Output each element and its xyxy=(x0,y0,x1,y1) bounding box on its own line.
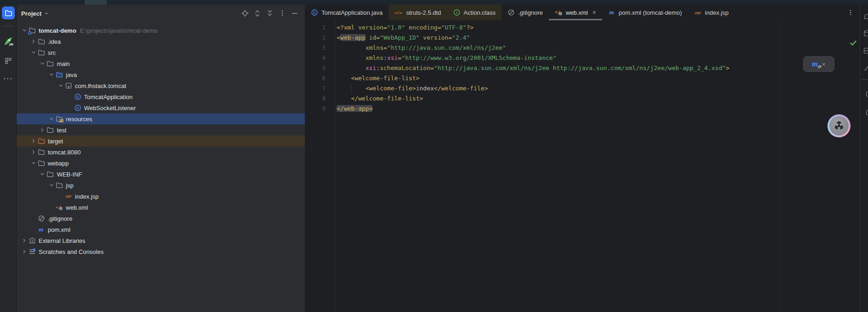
hide-panel-button[interactable] xyxy=(291,10,298,17)
chevron-collapsed-icon[interactable] xyxy=(38,126,47,134)
close-tab-icon[interactable]: × xyxy=(592,9,596,16)
code-text: xmlns="http://java.sun.com/xml/ns/j2ee" xyxy=(337,43,506,53)
line-number: 9 xyxy=(305,104,326,114)
tree-item--idea[interactable]: .idea xyxy=(17,36,305,47)
maven-reload-icon[interactable]: m⟳ xyxy=(812,60,817,68)
tab-options-kebab-icon[interactable] xyxy=(847,9,854,16)
ai-assistant-badge[interactable] xyxy=(827,114,851,137)
chevron-collapsed-icon[interactable] xyxy=(20,248,29,255)
right-stripe-icon-1[interactable] xyxy=(863,13,868,20)
chevron-collapsed-icon[interactable] xyxy=(29,148,38,156)
line-number: 5 xyxy=(305,63,326,73)
structure-tool-button[interactable] xyxy=(2,54,15,67)
line-number: 6 xyxy=(305,73,326,83)
editor-tab--gitignore[interactable]: .gitignore xyxy=(501,5,548,20)
right-stripe-icon-6[interactable] xyxy=(863,109,868,116)
tab-label: TomcatApplication.java xyxy=(321,9,383,16)
project-panel-title[interactable]: Project xyxy=(21,10,41,17)
package-icon xyxy=(65,82,72,89)
editor-tab-pom-xml-tomcat-demo-[interactable]: mpom.xml (tomcat-demo) xyxy=(602,5,688,20)
editor-tab-index-jsp[interactable]: JSPindex.jsp xyxy=(688,5,734,20)
chevron-collapsed-icon[interactable] xyxy=(29,137,38,145)
jsp-icon: JSP xyxy=(694,9,702,16)
tree-item-main[interactable]: main xyxy=(17,58,305,69)
right-stripe-icon-4[interactable] xyxy=(863,65,868,72)
chevron-expanded-icon[interactable] xyxy=(38,171,47,178)
tree-item-test[interactable]: test xyxy=(17,124,305,135)
editor-surface[interactable]: 1<?xml version="1.0" encoding="UTF-8"?>2… xyxy=(305,20,860,312)
tree-item-web-inf[interactable]: WEB-INF xyxy=(17,169,305,180)
squares-icon xyxy=(5,57,12,65)
folder-icon xyxy=(47,126,54,134)
expand-all-button[interactable] xyxy=(254,10,261,17)
tree-item-label: web.xml xyxy=(66,204,88,211)
locate-file-button[interactable] xyxy=(241,10,249,17)
tree-item-com-lhstack-tomcat[interactable]: com.lhstack.tomcat xyxy=(17,80,305,91)
dismiss-maven-widget-icon[interactable]: × xyxy=(822,61,826,67)
tree-item-webapp[interactable]: webapp xyxy=(17,158,305,169)
more-tools-button[interactable]: ··· xyxy=(2,72,15,85)
chevron-expanded-icon[interactable] xyxy=(47,115,56,123)
more-options-button[interactable] xyxy=(279,10,286,17)
collapse-all-button[interactable] xyxy=(266,10,274,17)
code-line-4: 4 xmlns:xsi="http://www.w3.org/2001/XMLS… xyxy=(305,53,860,63)
tree-item-scratches-and-consoles[interactable]: Scratches and Consoles xyxy=(17,246,305,257)
chevron-expanded-icon[interactable] xyxy=(29,49,38,56)
tree-item-index-jsp[interactable]: JSPindex.jsp xyxy=(17,191,305,202)
junie-tool-button[interactable]: JR xyxy=(2,35,15,48)
interface-icon: I xyxy=(453,9,460,16)
tree-item-tomcat-demo[interactable]: tomcat-demoE:\projects\java\tomcat-demo xyxy=(17,25,305,36)
tree-item-pom-xml[interactable]: mpom.xml xyxy=(17,224,305,235)
tree-item-src[interactable]: src xyxy=(17,47,305,58)
tree-item-jsp[interactable]: jsp xyxy=(17,180,305,191)
locate-icon xyxy=(241,10,249,17)
chevron-collapsed-icon[interactable] xyxy=(29,38,38,45)
code-text: xmlns:xsi="http://www.w3.org/2001/XMLSch… xyxy=(337,53,556,63)
svg-text:JSP: JSP xyxy=(65,195,72,198)
folder-excluded-icon xyxy=(38,137,45,145)
tree-item-tomcatapplication[interactable]: CTomcatApplication xyxy=(17,91,305,102)
reload-arrows-icon: ⟳ xyxy=(817,65,821,69)
svg-text:m: m xyxy=(39,226,43,233)
right-stripe-icon-3[interactable] xyxy=(863,47,868,54)
right-stripe-icon-5[interactable] xyxy=(863,90,868,98)
chevron-expanded-icon[interactable] xyxy=(38,60,47,67)
editor-tab-action-class[interactable]: IAction.class xyxy=(447,5,501,20)
tree-item-websocketlistener[interactable]: CWebSocketListener xyxy=(17,102,305,113)
scratches-icon xyxy=(29,248,36,255)
project-panel-header: Project xyxy=(17,5,305,22)
svg-text:I: I xyxy=(456,11,457,15)
svg-text:C: C xyxy=(313,11,316,15)
tree-item--gitignore[interactable]: .gitignore xyxy=(17,213,305,224)
chevron-expanded-icon[interactable] xyxy=(47,182,56,189)
project-tool-button[interactable] xyxy=(2,6,15,19)
chevron-collapsed-icon[interactable] xyxy=(20,237,29,244)
tree-item-web-xml[interactable]: </web.xml xyxy=(17,202,305,213)
editor-tab-web-xml[interactable]: </web.xml× xyxy=(549,5,602,20)
maven-icon: m xyxy=(38,226,45,233)
dtd-icon: </> xyxy=(395,9,403,16)
tab-label: web.xml xyxy=(566,9,588,16)
chevron-down-icon[interactable] xyxy=(44,11,49,16)
tree-item-label: main xyxy=(57,60,70,67)
tree-item-resources[interactable]: resources xyxy=(17,113,305,124)
right-stripe-icon-2[interactable] xyxy=(863,29,868,37)
class-icon: C xyxy=(74,93,82,100)
load-maven-changes-widget[interactable]: m⟳ × xyxy=(803,56,834,72)
tree-item-label: jsp xyxy=(66,182,74,189)
tree-item-java[interactable]: java xyxy=(17,69,305,80)
editor-tab-struts-2-5-dtd[interactable]: </>struts-2.5.dtd xyxy=(389,5,447,20)
chevron-expanded-icon[interactable] xyxy=(29,159,38,167)
chevron-expanded-icon[interactable] xyxy=(47,71,56,78)
chevron-expanded-icon[interactable] xyxy=(57,82,65,89)
webxml-icon: </ xyxy=(56,204,63,211)
chevron-expanded-icon[interactable] xyxy=(20,27,29,34)
tree-item-external-libraries[interactable]: External Libraries xyxy=(17,235,305,246)
tree-item-label: com.lhstack.tomcat xyxy=(75,82,126,89)
inspections-ok-icon[interactable] xyxy=(849,39,857,47)
tree-item-tomcat-8080[interactable]: tomcat.8080 xyxy=(17,147,305,158)
svg-text:JSP: JSP xyxy=(694,11,701,15)
ai-assistant-logo-icon xyxy=(829,116,849,135)
editor-tab-tomcatapplication-java[interactable]: CTomcatApplication.java xyxy=(305,5,389,20)
tree-item-target[interactable]: target xyxy=(17,135,305,147)
